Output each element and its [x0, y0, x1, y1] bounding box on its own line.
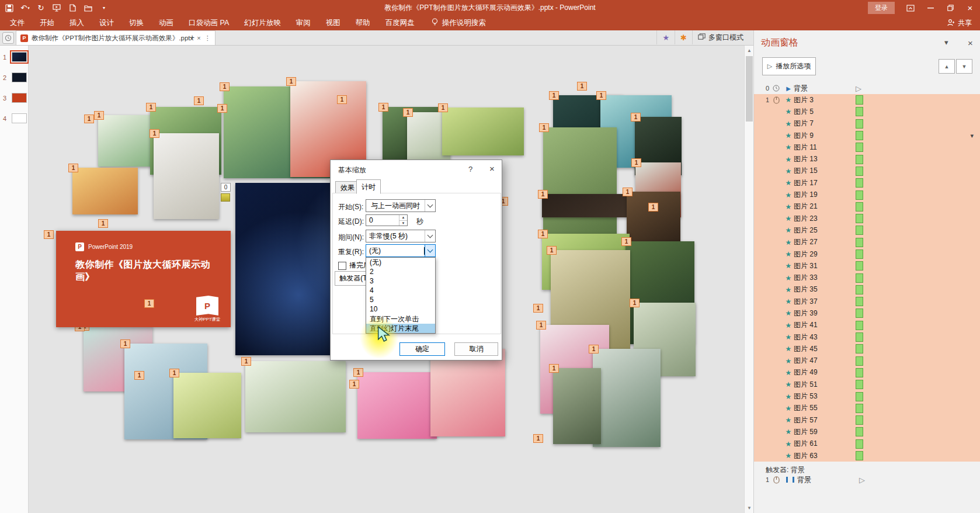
anim-item-28[interactable]: ★图片 57: [754, 414, 980, 426]
anim-item-27[interactable]: ★图片 55: [754, 403, 980, 414]
anim-item-10[interactable]: ★图片 21: [754, 201, 980, 213]
new-file-icon[interactable]: [68, 4, 77, 13]
ribbon-tab-9[interactable]: 审阅: [289, 16, 318, 30]
plugin-settings-button[interactable]: ✱: [675, 30, 692, 44]
spin-buttons[interactable]: ▲▼: [399, 215, 407, 226]
item-dropdown-caret-icon[interactable]: ▾: [970, 132, 974, 140]
anim-item-22[interactable]: ★图片 45: [754, 343, 980, 355]
anim-item-12[interactable]: ★图片 25: [754, 224, 980, 236]
share-button[interactable]: 共享: [947, 16, 972, 30]
repeat-option-2[interactable]: 2: [366, 267, 435, 276]
anim-item-23[interactable]: ★图片 47: [754, 355, 980, 367]
delay-spinbox[interactable]: 0 ▲▼: [366, 214, 408, 226]
cancel-button[interactable]: 取消: [454, 342, 498, 356]
anim-item-16[interactable]: ★图片 33: [754, 272, 980, 283]
tab-more-icon[interactable]: ⋮: [204, 34, 211, 42]
save-icon[interactable]: [5, 4, 14, 13]
ribbon-tab-1[interactable]: 文件: [2, 16, 32, 30]
anim-item-17[interactable]: ★图片 35: [754, 284, 980, 296]
anim-item-8[interactable]: ★图片 17: [754, 177, 980, 189]
customize-qat-icon[interactable]: ▾: [99, 4, 109, 13]
tab-close-icon[interactable]: ×: [197, 34, 200, 41]
plugin-star-button[interactable]: ★: [656, 30, 675, 44]
combo-arrow-icon[interactable]: [425, 230, 435, 242]
slide-thumb-3[interactable]: 3: [3, 93, 28, 103]
canvas-vertical-scrollbar[interactable]: ▲ ▼: [744, 45, 754, 513]
move-earlier-button[interactable]: ▲: [939, 59, 955, 74]
move-later-button[interactable]: ▼: [956, 59, 972, 74]
anim-item-29[interactable]: ★图片 59: [754, 426, 980, 438]
repeat-option-3[interactable]: 3: [366, 276, 435, 286]
rewind-checkbox[interactable]: [338, 262, 346, 270]
dialog-close-button[interactable]: ×: [489, 164, 495, 174]
tell-me-search[interactable]: 操作说明搜索: [432, 18, 486, 28]
trigger-row-background[interactable]: 1 背景 ▷: [754, 474, 980, 486]
combo-arrow-icon[interactable]: [425, 200, 435, 212]
anim-item-21[interactable]: ★图片 43: [754, 331, 980, 343]
ribbon-tab-11[interactable]: 帮助: [348, 16, 378, 30]
ribbon-tab-4[interactable]: 设计: [92, 16, 121, 30]
anim-item-26[interactable]: ★图片 53: [754, 390, 980, 402]
ribbon-display-options-icon[interactable]: [901, 0, 920, 16]
anim-item-19[interactable]: ★图片 39: [754, 307, 980, 319]
slide-thumb-1[interactable]: 1: [3, 52, 28, 62]
title-slide-card[interactable]: P PowerPoint 2019 教你制作《图片放大循环展示动画》 1 P 大…: [56, 231, 231, 327]
scroll-down-icon[interactable]: ▼: [745, 503, 753, 512]
anim-item-2[interactable]: ★图片 5: [754, 106, 980, 117]
open-folder-icon[interactable]: [84, 4, 93, 13]
anim-item-9[interactable]: ★图片 19: [754, 189, 980, 200]
anim-item-11[interactable]: ★图片 23: [754, 213, 980, 224]
start-combobox[interactable]: 与上一动画同时: [366, 199, 436, 212]
repeat-option-6[interactable]: 10: [366, 304, 435, 314]
start-slideshow-icon[interactable]: [52, 4, 61, 13]
anim-item-18[interactable]: ★图片 37: [754, 296, 980, 307]
duration-combobox[interactable]: 非常慢(5 秒): [366, 230, 436, 242]
anim-item-7[interactable]: ★图片 15: [754, 165, 980, 177]
slide-thumb-2[interactable]: 2: [3, 72, 28, 82]
minimize-button[interactable]: [920, 0, 940, 16]
scroll-up-icon[interactable]: ▲: [745, 46, 753, 55]
anim-item-5[interactable]: ★图片 11: [754, 141, 980, 153]
repeat-option-7[interactable]: 直到下一次单击: [366, 314, 435, 324]
repeat-option-4[interactable]: 4: [366, 286, 435, 295]
undo-icon[interactable]: ↶▾: [20, 4, 30, 13]
anim-item-15[interactable]: ★图片 31: [754, 260, 980, 272]
spin-up-icon[interactable]: ▲: [399, 215, 407, 221]
anim-item-13[interactable]: ★图片 27: [754, 237, 980, 248]
repeat-combobox[interactable]: (无): [366, 244, 436, 257]
anim-item-3[interactable]: ★图片 7: [754, 118, 980, 130]
close-button[interactable]: ×: [960, 0, 980, 16]
ribbon-tab-12[interactable]: 百度网盘: [378, 16, 422, 30]
ribbon-tab-3[interactable]: 插入: [62, 16, 92, 30]
anim-row-background[interactable]: 0 ▶ 背景 ▷: [754, 82, 980, 94]
anim-item-30[interactable]: ★图片 61: [754, 438, 980, 450]
tab-history-icon[interactable]: [2, 32, 14, 44]
anim-item-6[interactable]: ★图片 13: [754, 153, 980, 165]
ok-button[interactable]: 确定: [399, 342, 445, 356]
dialog-help-button[interactable]: ?: [468, 165, 472, 174]
new-tab-button[interactable]: +: [187, 32, 197, 43]
ribbon-tab-6[interactable]: 动画: [151, 16, 181, 30]
repeat-option-8[interactable]: 直到幻灯片末尾: [366, 324, 435, 333]
scrollbar-thumb[interactable]: [746, 56, 753, 122]
anim-item-31[interactable]: ★图片 63: [754, 450, 980, 462]
anim-item-1[interactable]: 1★图片 3: [754, 94, 980, 106]
play-selected-button[interactable]: ▷ 播放所选项: [762, 57, 816, 75]
pane-menu-caret-icon[interactable]: ▾: [944, 38, 948, 47]
repeat-option-1[interactable]: (无): [366, 258, 435, 267]
tab-timing[interactable]: 计时: [356, 179, 381, 194]
anim-item-20[interactable]: ★图片 41: [754, 320, 980, 331]
anim-item-4[interactable]: ★图片 9▾: [754, 130, 980, 141]
spin-down-icon[interactable]: ▼: [399, 221, 407, 226]
ribbon-tab-2[interactable]: 开始: [32, 16, 62, 30]
repeat-option-5[interactable]: 5: [366, 295, 435, 304]
slide-thumb-4[interactable]: 4: [3, 113, 28, 123]
redo-icon[interactable]: ↻: [36, 4, 46, 13]
ribbon-tab-8[interactable]: 幻灯片放映: [237, 16, 289, 30]
combo-arrow-icon[interactable]: [425, 245, 435, 256]
ribbon-tab-7[interactable]: 口袋动画 PA: [181, 16, 237, 30]
pane-close-icon[interactable]: ×: [968, 38, 973, 48]
ribbon-tab-5[interactable]: 切换: [121, 16, 151, 30]
multi-window-mode-button[interactable]: 多窗口模式: [692, 30, 749, 44]
sign-in-button[interactable]: 登录: [868, 2, 895, 14]
